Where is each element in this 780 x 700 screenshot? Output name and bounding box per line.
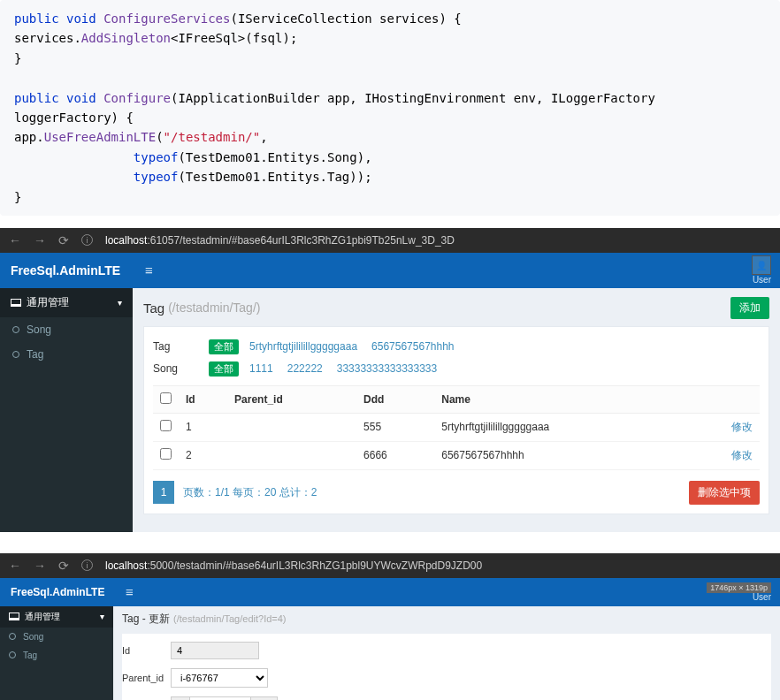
app-header: FreeSql.AdminLTE ≡ 👤 User bbox=[0, 253, 780, 288]
info-icon[interactable]: i bbox=[81, 559, 93, 571]
breadcrumb: Tag - 更新 (/testadmin/Tag/edit?Id=4) bbox=[122, 612, 771, 627]
filter-link[interactable]: 33333333333333333 bbox=[333, 361, 440, 376]
circle-icon bbox=[12, 326, 19, 333]
filter-link[interactable]: 222222 bbox=[284, 361, 326, 376]
cell-id: 1 bbox=[179, 413, 227, 441]
sidebar-item-label: Song bbox=[27, 323, 51, 336]
browser-bar: ← → ⟳ i localhost:5000/testadmin/#base64… bbox=[0, 553, 780, 578]
cell-ddd: 555 bbox=[356, 413, 434, 441]
list-panel: Tag 全部 5rtyhrftgtjililillgggggaaa 656756… bbox=[143, 326, 769, 514]
brand[interactable]: FreeSql.AdminLTE bbox=[0, 578, 113, 606]
browser-bar: ← → ⟳ i localhost:61057/testadmin/#base6… bbox=[0, 228, 780, 253]
page-number[interactable]: 1 bbox=[153, 481, 174, 504]
app-list-view: ← → ⟳ i localhost:61057/testadmin/#base6… bbox=[0, 228, 780, 532]
col-id: Id bbox=[179, 385, 227, 413]
data-table: Id Parent_id Ddd Name 1 555 5rtyhrftgtji… bbox=[153, 385, 760, 470]
user-label: User bbox=[707, 592, 771, 602]
filter-row-tag: Tag 全部 5rtyhrftgtjililillgggggaaa 656756… bbox=[153, 336, 760, 358]
select-all-checkbox[interactable] bbox=[160, 392, 172, 404]
sidebar-group-label: 通用管理 bbox=[25, 611, 60, 623]
page-path: (/testadmin/Tag/) bbox=[168, 301, 260, 315]
currency-prefix: ¥ bbox=[171, 696, 189, 700]
add-button[interactable]: 添加 bbox=[730, 297, 769, 319]
delete-selected-button[interactable]: 删除选中项 bbox=[689, 481, 760, 505]
user-label: User bbox=[752, 275, 771, 285]
filter-label: Tag bbox=[153, 340, 202, 353]
page-path: (/testadmin/Tag/edit?Id=4) bbox=[173, 613, 287, 624]
page-title: Tag - 更新 bbox=[122, 612, 170, 627]
brand[interactable]: FreeSql.AdminLTE bbox=[0, 253, 133, 288]
app-edit-view: ← → ⟳ i localhost:5000/testadmin/#base64… bbox=[0, 553, 780, 700]
row-checkbox[interactable] bbox=[160, 420, 172, 431]
circle-icon bbox=[9, 651, 16, 658]
filter-all-button[interactable]: 全部 bbox=[209, 361, 239, 377]
header-right: 1746px × 1319p User bbox=[707, 582, 780, 602]
sidebar-item-label: Song bbox=[23, 632, 43, 642]
nav-reload-icon[interactable]: ⟳ bbox=[58, 559, 69, 573]
circle-icon bbox=[12, 351, 19, 358]
sidebar-item-song[interactable]: Song bbox=[0, 628, 113, 646]
filter-all-button[interactable]: 全部 bbox=[209, 339, 239, 354]
sidebar-group-label: 通用管理 bbox=[27, 295, 69, 310]
col-actions bbox=[686, 385, 760, 413]
filter-link[interactable]: 5rtyhrftgtjililillgggggaaa bbox=[246, 339, 361, 354]
info-icon[interactable]: i bbox=[81, 234, 93, 246]
page-title: Tag bbox=[143, 301, 164, 316]
user-area[interactable]: 👤 User bbox=[752, 255, 780, 285]
nav-forward-icon[interactable]: → bbox=[34, 233, 46, 247]
content-area: Tag - 更新 (/testadmin/Tag/edit?Id=4) Id P… bbox=[113, 606, 780, 700]
sidebar-item-tag[interactable]: Tag bbox=[0, 646, 113, 665]
col-name: Name bbox=[434, 385, 686, 413]
content-area: Tag (/testadmin/Tag/) 添加 Tag 全部 5rtyhrft… bbox=[133, 288, 780, 532]
chevron-down-icon: ▾ bbox=[118, 298, 122, 308]
form-row-parent: Parent_id i-676767 bbox=[122, 664, 771, 692]
laptop-icon bbox=[11, 299, 21, 307]
col-ddd: Ddd bbox=[356, 385, 434, 413]
row-checkbox[interactable] bbox=[160, 448, 172, 460]
sidebar-group[interactable]: 通用管理 ▾ bbox=[0, 606, 113, 628]
id-field bbox=[171, 642, 259, 659]
cell-id: 2 bbox=[179, 441, 227, 469]
nav-back-icon[interactable]: ← bbox=[9, 559, 21, 573]
app-header: FreeSql.AdminLTE ≡ 1746px × 1319p User bbox=[0, 578, 780, 606]
nav-forward-icon[interactable]: → bbox=[34, 559, 46, 573]
code-block: public void ConfigureServices(IServiceCo… bbox=[0, 0, 780, 216]
filter-row-song: Song 全部 1111 222222 33333333333333333 bbox=[153, 358, 760, 380]
hamburger-icon[interactable]: ≡ bbox=[113, 584, 146, 599]
page-info: 页数：1/1 每页：20 总计：2 bbox=[183, 485, 317, 500]
sidebar-item-label: Tag bbox=[23, 651, 37, 660]
form-row-id: Id bbox=[122, 637, 771, 664]
label-id: Id bbox=[122, 645, 171, 656]
sidebar: 通用管理 ▾ Song Tag bbox=[0, 606, 113, 700]
edit-link[interactable]: 修改 bbox=[731, 449, 753, 461]
table-row: 1 555 5rtyhrftgtjililillgggggaaa 修改 bbox=[153, 413, 760, 441]
sidebar-item-label: Tag bbox=[27, 348, 43, 361]
sidebar-group[interactable]: 通用管理 ▾ bbox=[0, 288, 133, 317]
nav-reload-icon[interactable]: ⟳ bbox=[58, 233, 69, 247]
sidebar: 通用管理 ▾ Song Tag bbox=[0, 288, 133, 532]
currency-suffix: .00 bbox=[251, 696, 278, 700]
form-row-ddd: Ddd ¥ .00 bbox=[122, 692, 771, 700]
label-parent: Parent_id bbox=[122, 673, 171, 683]
parent-select[interactable]: i-676767 bbox=[171, 668, 268, 688]
cell-parent bbox=[227, 413, 356, 441]
cell-parent bbox=[227, 441, 356, 469]
url-bar[interactable]: localhost:5000/testadmin/#base64urIL3Rlc… bbox=[105, 559, 482, 572]
pager: 1 页数：1/1 每页：20 总计：2 删除选中项 bbox=[153, 481, 760, 505]
filter-link[interactable]: 1111 bbox=[246, 361, 277, 376]
filter-link[interactable]: 6567567567hhhh bbox=[368, 339, 457, 354]
checkbox-header[interactable] bbox=[153, 385, 179, 413]
sidebar-item-song[interactable]: Song bbox=[0, 317, 133, 342]
edit-link[interactable]: 修改 bbox=[731, 421, 753, 433]
chevron-down-icon: ▾ bbox=[100, 612, 104, 621]
edit-panel: Id Parent_id i-676767 Ddd ¥ .00 Name bbox=[122, 634, 771, 700]
col-parent: Parent_id bbox=[227, 385, 356, 413]
sidebar-item-tag[interactable]: Tag bbox=[0, 342, 133, 367]
breadcrumb: Tag (/testadmin/Tag/) 添加 bbox=[143, 297, 769, 319]
url-bar[interactable]: localhost:61057/testadmin/#base64urIL3Rl… bbox=[105, 234, 455, 247]
cell-ddd: 6666 bbox=[356, 441, 434, 469]
ddd-field[interactable] bbox=[189, 696, 251, 700]
cell-name: 5rtyhrftgtjililillgggggaaa bbox=[434, 413, 686, 441]
nav-back-icon[interactable]: ← bbox=[9, 233, 21, 247]
hamburger-icon[interactable]: ≡ bbox=[133, 262, 165, 278]
